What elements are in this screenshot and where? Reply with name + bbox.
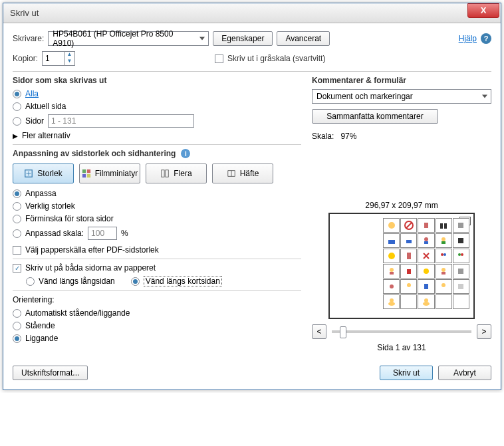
svg-rect-33 [458,269,463,274]
page-setup-button[interactable]: Utskriftsformat... [13,366,88,380]
svg-rect-14 [388,240,395,244]
cancel-button[interactable]: Avbryt [438,366,491,380]
thumbnail-button[interactable]: Filmminiatyr [79,164,140,183]
svg-rect-3 [82,174,86,177]
pages-range-radio[interactable] [13,117,21,126]
copies-spinbox[interactable]: ▲ ▼ [42,51,75,66]
paper-source-checkbox[interactable] [13,246,21,255]
pages-section-title: Sidor som ska skrivas ut [13,76,301,85]
svg-point-37 [441,283,445,287]
expand-icon[interactable]: ▶ [13,132,18,140]
portrait-radio[interactable] [13,322,21,330]
custom-radio[interactable] [13,229,21,238]
next-page-button[interactable]: > [477,324,491,339]
comments-select[interactable]: Dokument och markeringar [312,89,491,104]
long-edge-label: Vänd längs långsidan [39,277,115,286]
svg-point-21 [388,253,395,259]
shrink-label: Förminska för stora sidor [25,214,114,223]
pages-current-radio[interactable] [13,102,21,111]
svg-point-16 [424,237,428,241]
orientation-title: Orientering: [13,295,301,304]
svg-point-18 [441,237,445,241]
svg-rect-6 [166,170,168,177]
svg-point-35 [407,283,411,287]
comments-value: Dokument och markeringar [316,92,413,101]
svg-rect-28 [390,272,394,275]
svg-point-25 [458,253,461,256]
short-edge-label: Vänd längs kortsidan [144,276,222,286]
advanced-button[interactable]: Avancerat [277,31,330,46]
long-edge-radio[interactable] [26,277,35,286]
svg-rect-11 [440,223,443,229]
svg-rect-2 [87,169,90,173]
svg-rect-29 [407,269,411,274]
auto-orient-radio[interactable] [13,309,21,318]
svg-rect-15 [406,240,412,243]
fit-radio[interactable] [13,189,21,198]
svg-point-42 [424,298,428,302]
book-icon [227,169,236,178]
printer-value: HP54B061 (HP Officejet Pro 8500 A910) [53,29,193,48]
preview-grid [383,218,469,309]
svg-point-7 [388,222,395,229]
actual-radio[interactable] [13,202,21,211]
help-link[interactable]: Hjälp [459,34,477,43]
page-slider[interactable] [332,330,471,333]
duplex-checkbox[interactable]: ✓ [13,264,21,273]
custom-label: Anpassad skala: [25,229,84,238]
multi-icon [160,169,170,178]
actual-label: Verklig storlek [25,201,75,211]
pages-all-label: Alla [25,89,39,98]
copies-down[interactable]: ▼ [64,58,74,65]
info-icon[interactable]: i [181,149,190,158]
short-edge-radio[interactable] [131,277,140,286]
svg-rect-1 [82,169,86,173]
svg-rect-13 [458,223,463,228]
window-title: Skriv ut [10,8,467,18]
svg-rect-36 [424,284,428,289]
svg-point-34 [390,284,394,288]
size-button[interactable]: Storlek [13,164,74,183]
portrait-label: Stående [25,321,55,330]
percent-label: % [121,229,128,238]
sizing-title: Anpassning av sidstorlek och sidhanterin… [13,149,176,158]
pages-all-radio[interactable] [13,90,21,98]
svg-point-40 [390,298,394,302]
landscape-radio[interactable] [13,334,21,343]
printer-select[interactable]: HP54B061 (HP Officejet Pro 8500 A910) [48,31,209,46]
summarize-button[interactable]: Sammanfatta kommentarer [312,109,438,124]
svg-point-31 [441,268,445,272]
svg-rect-38 [458,284,463,289]
svg-rect-5 [162,170,164,177]
svg-rect-19 [441,241,445,244]
print-button[interactable]: Skriv ut [380,366,433,380]
copies-label: Kopior: [13,54,38,63]
more-options-label[interactable]: Fler alternativ [22,131,70,140]
prev-page-button[interactable]: < [312,324,326,339]
pages-current-label: Aktuell sida [25,102,66,111]
page-nav-label: Sida 1 av 131 [312,343,491,352]
preview-dimensions: 296,97 x 209,97 mm [312,201,491,210]
pages-range-label: Sidor [25,116,44,126]
fit-label: Anpassa [25,189,57,198]
svg-line-9 [406,223,412,228]
grayscale-checkbox[interactable] [215,55,223,63]
svg-point-27 [390,268,394,272]
svg-point-23 [441,253,443,256]
svg-rect-17 [424,241,428,244]
properties-button[interactable]: Egenskaper [213,31,273,46]
svg-point-26 [461,253,463,256]
printer-label: Skrivare: [13,34,44,43]
close-button[interactable]: X [467,3,499,18]
grid-icon [82,169,91,178]
multiple-button[interactable]: Flera [146,164,207,183]
svg-rect-12 [444,223,447,229]
custom-scale-input[interactable] [88,227,117,240]
copies-input[interactable] [43,52,64,65]
paper-source-label: Välj papperskälla efter PDF-sidstorlek [25,245,159,255]
pages-range-input[interactable] [48,114,194,128]
shrink-radio[interactable] [13,215,21,223]
help-icon[interactable]: ? [481,33,491,44]
booklet-button[interactable]: Häfte [212,164,273,183]
svg-point-24 [443,253,446,256]
